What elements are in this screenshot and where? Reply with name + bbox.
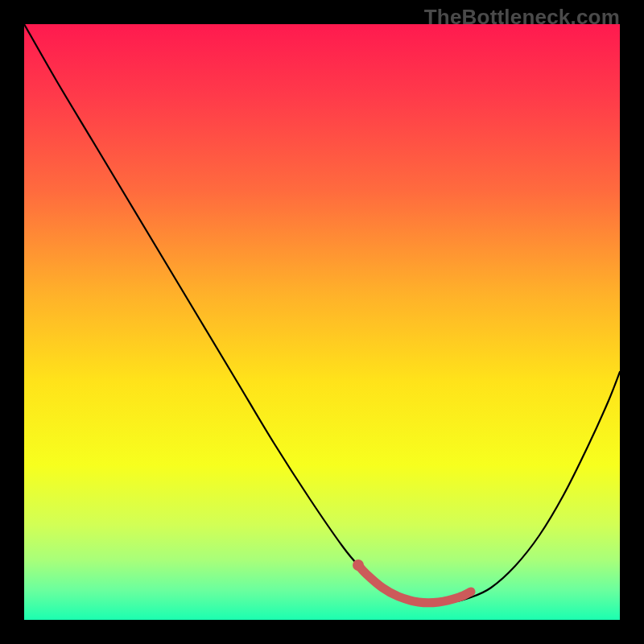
optimal-start-dot [353, 559, 364, 571]
chart-stage: TheBottleneck.com [0, 0, 644, 644]
plot-area [24, 24, 620, 620]
gradient-background [24, 24, 620, 620]
plot-svg [24, 24, 620, 620]
